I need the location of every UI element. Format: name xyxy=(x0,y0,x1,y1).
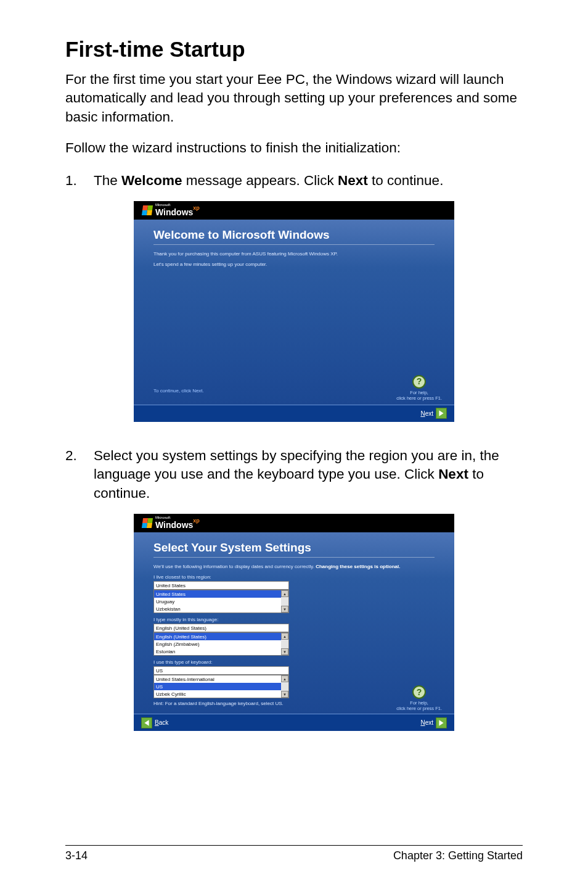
scrollbar[interactable]: ▲ ▼ xyxy=(281,633,288,655)
scroll-down-icon[interactable]: ▼ xyxy=(281,691,288,698)
titlebar: Microsoft Windowsxp xyxy=(134,514,454,532)
wizard-title: Welcome to Microsoft Windows xyxy=(153,228,435,245)
windows-flag-icon xyxy=(142,205,153,215)
wizard-title: Select Your System Settings xyxy=(153,541,435,558)
list-item[interactable]: English (United States) xyxy=(154,633,281,640)
scrollbar[interactable]: ▲ ▼ xyxy=(281,675,288,698)
list-item[interactable]: Uzbekistan xyxy=(154,605,281,613)
scroll-down-icon[interactable]: ▼ xyxy=(281,648,288,655)
language-label: I type mostly in this language: xyxy=(153,617,435,622)
scroll-up-icon[interactable]: ▲ xyxy=(281,675,288,682)
page-footer: 3-14 Chapter 3: Getting Started xyxy=(65,845,523,862)
help-area[interactable]: ? For help, click here or press F1. xyxy=(396,375,442,401)
language-listbox[interactable]: English (United States) English (Zimbabw… xyxy=(153,632,289,656)
keyboard-label: I use this type of keyboard: xyxy=(153,659,435,665)
instruction-paragraph: Follow the wizard instructions to finish… xyxy=(65,139,523,157)
scroll-up-icon[interactable]: ▲ xyxy=(281,590,288,597)
wizard-line-2: Let's spend a few minutes setting up you… xyxy=(153,262,435,267)
wizard-line-1: We'll use the following information to d… xyxy=(153,564,435,569)
list-item[interactable]: Estonian xyxy=(154,648,281,655)
wizard-continue-hint: To continue, click Next. xyxy=(153,388,204,394)
step-2-text: Select you system settings by specifying… xyxy=(94,447,523,503)
step-2: 2. Select you system settings by specify… xyxy=(65,447,523,503)
wizard-nav: Back Next xyxy=(134,714,454,731)
back-button[interactable]: Back xyxy=(141,717,168,728)
language-select[interactable]: English (United States) xyxy=(153,624,289,632)
windows-flag-icon xyxy=(142,518,153,528)
region-label: I live closest to this region: xyxy=(153,574,435,580)
list-item[interactable]: United States xyxy=(154,590,281,598)
chapter-title: Chapter 3: Getting Started xyxy=(393,849,523,862)
page-heading: First-time Startup xyxy=(65,37,523,62)
region-listbox[interactable]: United States Uruguay Uzbekistan ▲ ▼ xyxy=(153,590,289,613)
list-item[interactable]: US xyxy=(154,683,281,690)
keyboard-listbox[interactable]: United States-International US Uzbek Cyr… xyxy=(153,675,289,698)
next-button[interactable]: Next xyxy=(420,717,447,728)
screenshot-system-settings: Microsoft Windowsxp Select Your System S… xyxy=(134,514,454,731)
arrow-left-icon xyxy=(141,717,152,728)
list-item[interactable]: English (Zimbabwe) xyxy=(154,640,281,648)
windows-logo: Microsoft Windowsxp xyxy=(142,516,200,530)
list-item[interactable]: Uruguay xyxy=(154,598,281,605)
arrow-right-icon xyxy=(436,408,447,419)
step-2-number: 2. xyxy=(65,447,94,503)
help-icon[interactable]: ? xyxy=(412,375,426,389)
scroll-down-icon[interactable]: ▼ xyxy=(281,606,288,613)
wizard-line-1: Thank you for purchasing this computer f… xyxy=(153,251,435,257)
help-area[interactable]: ? For help, click here or press F1. xyxy=(396,685,442,711)
help-icon[interactable]: ? xyxy=(412,685,426,699)
scrollbar[interactable]: ▲ ▼ xyxy=(281,590,288,613)
keyboard-select[interactable]: US xyxy=(153,666,289,675)
intro-paragraph: For the first time you start your Eee PC… xyxy=(65,70,523,126)
wizard-nav: Next xyxy=(134,405,454,422)
scroll-up-icon[interactable]: ▲ xyxy=(281,633,288,640)
keyboard-hint: Hint: For a standard English-language ke… xyxy=(153,701,435,706)
windows-logo: Microsoft Windowsxp xyxy=(142,203,200,218)
step-1: 1. The Welcome message appears. Click Ne… xyxy=(65,171,523,190)
step-1-number: 1. xyxy=(65,171,94,190)
next-button[interactable]: Next xyxy=(420,408,447,419)
list-item[interactable]: United States-International xyxy=(154,675,281,683)
list-item[interactable]: Uzbek Cyrillic xyxy=(154,690,281,698)
arrow-right-icon xyxy=(436,717,447,728)
page-number: 3-14 xyxy=(65,849,88,862)
region-select[interactable]: United States xyxy=(153,581,289,590)
titlebar: Microsoft Windowsxp xyxy=(134,201,454,220)
step-1-text: The Welcome message appears. Click Next … xyxy=(94,171,523,190)
screenshot-welcome: Microsoft Windowsxp Welcome to Microsoft… xyxy=(134,201,454,422)
